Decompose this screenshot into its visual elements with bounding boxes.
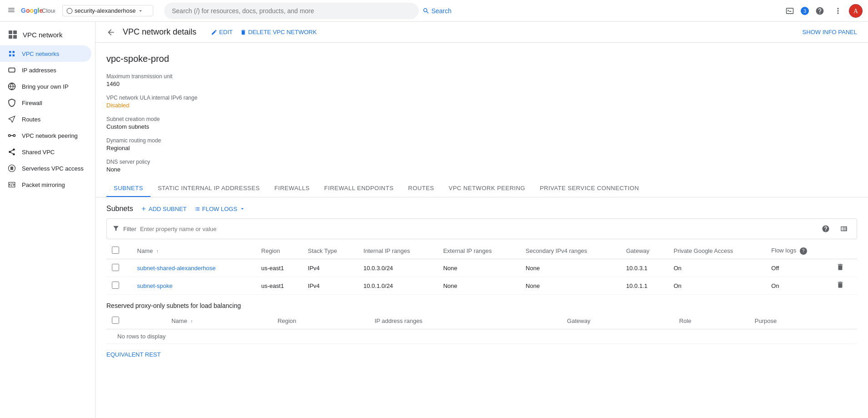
header-actions: EDIT DELETE VPC NETWORK bbox=[211, 29, 317, 35]
svg-rect-7 bbox=[9, 68, 15, 72]
sidebar-item-vpc-networks[interactable]: VPC networks bbox=[0, 45, 91, 62]
subnet-flow-logs: On bbox=[766, 277, 830, 295]
sidebar-item-bring-your-own-ip[interactable]: Bring your own IP bbox=[0, 78, 91, 95]
filter-help-icon[interactable] bbox=[818, 222, 833, 236]
subnet-gateway: 10.0.1.1 bbox=[621, 277, 668, 295]
select-all-checkbox[interactable] bbox=[112, 247, 119, 254]
page-title: VPC network details bbox=[123, 27, 196, 37]
col-gateway: Gateway bbox=[621, 243, 668, 259]
tab-firewalls[interactable]: FIREWALLS bbox=[267, 180, 317, 197]
ip-addresses-icon bbox=[7, 65, 16, 75]
svg-text:Cloud: Cloud bbox=[42, 7, 55, 14]
subnet-region: us-east1 bbox=[256, 259, 303, 277]
google-cloud-logo[interactable]: Google Cloud bbox=[21, 5, 55, 16]
svg-rect-4 bbox=[13, 30, 17, 34]
col-secondary-ipv4: Secondary IPv4 ranges bbox=[520, 243, 621, 259]
tab-static-internal-ip-addresses[interactable]: STATIC INTERNAL IP ADDRESSES bbox=[151, 180, 267, 197]
hamburger-menu[interactable] bbox=[5, 4, 17, 17]
topbar-actions: 3 bbox=[783, 4, 863, 18]
sidebar-header: VPC network bbox=[0, 25, 95, 45]
detail-row: Subnet creation modeCustom subnets bbox=[106, 116, 857, 130]
reserved-subnets-title: Reserved proxy-only subnets for load bal… bbox=[106, 302, 857, 309]
details-container: Maximum transmission unit1460VPC network… bbox=[106, 73, 857, 173]
sidebar-item-routes[interactable]: Routes bbox=[0, 111, 91, 127]
shared-vpc-icon bbox=[7, 147, 16, 156]
main-layout: VPC network VPC networksIP addressesBrin… bbox=[0, 22, 868, 418]
tab-private-service-connection[interactable]: PRIVATE SERVICE CONNECTION bbox=[532, 180, 646, 197]
reserved-col-purpose: Purpose bbox=[749, 313, 857, 329]
col-stack-type: Stack Type bbox=[302, 243, 358, 259]
columns-icon[interactable] bbox=[837, 222, 851, 236]
detail-label: Subnet creation mode bbox=[106, 116, 857, 122]
svg-rect-6 bbox=[13, 35, 17, 39]
main-content: VPC network details EDIT DELETE VPC NETW… bbox=[95, 22, 868, 418]
search-bar: Search bbox=[164, 3, 455, 19]
tab-subnets[interactable]: SUBNETS bbox=[106, 180, 151, 197]
filter-input[interactable] bbox=[140, 226, 815, 232]
detail-value: 1460 bbox=[106, 81, 857, 87]
detail-row: Dynamic routing modeRegional bbox=[106, 137, 857, 151]
table-row: subnet-spoke us-east1 IPv4 10.0.1.0/24 N… bbox=[106, 277, 857, 295]
flow-logs-button[interactable]: FLOW LOGS bbox=[194, 206, 246, 212]
svg-text:Google: Google bbox=[21, 7, 43, 14]
equivalent-rest-button[interactable]: EQUIVALENT REST bbox=[106, 351, 161, 358]
subnet-internal-ip: 10.0.3.0/24 bbox=[358, 259, 437, 277]
filter-label: Filter bbox=[123, 226, 136, 232]
subnet-name-link[interactable]: subnet-spoke bbox=[137, 282, 173, 289]
content-header: VPC network details EDIT DELETE VPC NETW… bbox=[95, 22, 868, 43]
back-button[interactable] bbox=[106, 28, 115, 37]
detail-value: Regional bbox=[106, 145, 857, 151]
flow-logs-label: FLOW LOGS bbox=[202, 206, 237, 212]
svg-point-9 bbox=[9, 135, 11, 137]
edit-button[interactable]: EDIT bbox=[211, 29, 233, 35]
tab-firewall-endpoints[interactable]: FIREWALL ENDPOINTS bbox=[317, 180, 401, 197]
tab-vpc-network-peering[interactable]: VPC NETWORK PEERING bbox=[442, 180, 532, 197]
search-input[interactable] bbox=[172, 7, 411, 15]
detail-label: Dynamic routing mode bbox=[106, 137, 857, 144]
subnet-external-ip: None bbox=[438, 259, 520, 277]
user-avatar[interactable] bbox=[849, 4, 863, 18]
reserved-subnets-table: Name ↑ Region IP address ranges Gateway … bbox=[106, 313, 857, 344]
notification-badge[interactable]: 3 bbox=[801, 7, 809, 15]
delete-row-icon[interactable] bbox=[836, 265, 844, 272]
sidebar-item-vpc-network-peering[interactable]: VPC network peering bbox=[0, 127, 91, 144]
help-icon[interactable] bbox=[813, 4, 827, 18]
table-row: subnet-shared-alexanderhose us-east1 IPv… bbox=[106, 259, 857, 277]
sidebar-item-firewall[interactable]: Firewall bbox=[0, 95, 91, 111]
reserved-select-all[interactable] bbox=[112, 317, 119, 324]
vpc-details: vpc-spoke-prod Maximum transmission unit… bbox=[95, 43, 868, 173]
delete-row-icon[interactable] bbox=[836, 282, 844, 290]
tabs: SUBNETSSTATIC INTERNAL IP ADDRESSESFIREW… bbox=[95, 180, 868, 197]
show-info-panel-button[interactable]: SHOW INFO PANEL bbox=[803, 29, 857, 35]
sidebar-item-ip-addresses[interactable]: IP addresses bbox=[0, 62, 91, 78]
sidebar-item-serverless-vpc-access[interactable]: Serverless VPC access bbox=[0, 160, 91, 176]
svg-rect-5 bbox=[9, 35, 12, 39]
subnets-title: Subnets bbox=[106, 205, 133, 213]
sidebar-item-packet-mirroring[interactable]: Packet mirroring bbox=[0, 176, 91, 193]
detail-value: Disabled bbox=[106, 102, 857, 109]
row-checkbox[interactable] bbox=[112, 282, 119, 289]
subnet-secondary-ipv4: None bbox=[520, 277, 621, 295]
subnets-table: Name ↑ Region Stack Type Internal IP ran… bbox=[106, 243, 857, 295]
add-subnet-button[interactable]: ADD SUBNET bbox=[140, 206, 187, 212]
col-region: Region bbox=[256, 243, 303, 259]
cloud-shell-icon[interactable] bbox=[783, 4, 797, 18]
subnet-stack-type: IPv4 bbox=[302, 277, 358, 295]
sidebar-nav: VPC networksIP addressesBring your own I… bbox=[0, 45, 95, 193]
delete-vpc-button[interactable]: DELETE VPC NETWORK bbox=[240, 29, 317, 35]
tab-routes[interactable]: ROUTES bbox=[401, 180, 442, 197]
project-selector[interactable]: security-alexanderhose bbox=[62, 5, 153, 16]
svg-point-2 bbox=[67, 8, 72, 14]
search-button[interactable]: Search bbox=[419, 5, 455, 16]
subnet-name-link[interactable]: subnet-shared-alexanderhose bbox=[137, 265, 216, 272]
add-subnet-label: ADD SUBNET bbox=[149, 206, 187, 212]
section-header: Subnets ADD SUBNET FLOW LOGS bbox=[106, 205, 857, 213]
sidebar-item-shared-vpc[interactable]: Shared VPC bbox=[0, 144, 91, 160]
row-checkbox[interactable] bbox=[112, 264, 119, 271]
filter-icon bbox=[112, 225, 120, 233]
reserved-col-region: Region bbox=[272, 313, 369, 329]
more-options-icon[interactable] bbox=[831, 4, 845, 18]
col-internal-ip: Internal IP ranges bbox=[358, 243, 437, 259]
svg-rect-3 bbox=[9, 30, 12, 34]
sidebar-item-label: Serverless VPC access bbox=[22, 165, 84, 172]
